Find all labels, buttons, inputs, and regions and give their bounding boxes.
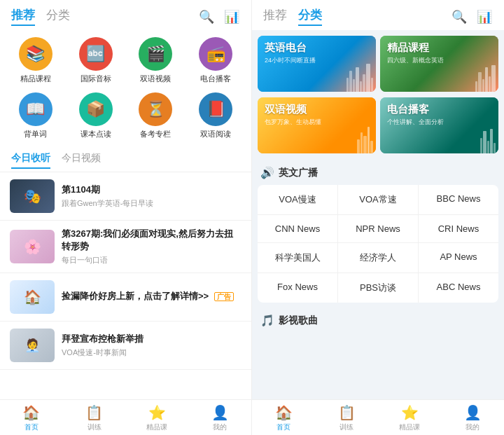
tab-recommend-right[interactable]: 推荐 <box>263 7 287 26</box>
nav-course-right[interactable]: ⭐ 精品课 <box>378 404 441 432</box>
cat-icon-0: 📚 <box>19 37 52 71</box>
cat-icon-2: 🎬 <box>139 37 172 71</box>
nav-profile-left[interactable]: 👤 我的 <box>188 404 251 432</box>
cat-label-0: 精品课程 <box>20 74 51 84</box>
card-title-premium: 精品课程 <box>387 41 429 55</box>
nav-train-right[interactable]: 📋 训练 <box>315 404 378 432</box>
nav-home-right[interactable]: 🏠 首页 <box>252 404 315 432</box>
list-title-2: 捡漏降价好房上新，点击了解详情>> 广告 <box>62 290 241 303</box>
music-title: 影视歌曲 <box>279 315 318 327</box>
profile-icon: 👤 <box>211 404 229 421</box>
list-item-2[interactable]: 🏠 捡漏降价好房上新，点击了解详情>> 广告 <box>0 273 251 322</box>
train-icon-right: 📋 <box>338 404 356 421</box>
feature-cards-row1: 英语电台 24小时不间断直播 <box>258 36 498 92</box>
radio-cell-1-2[interactable]: CRI News <box>419 215 498 242</box>
list-item-3[interactable]: 🧑‍💼 拜登宣布控枪新举措 VOA慢速-时事新闻 <box>0 322 251 370</box>
tab-category-right[interactable]: 分类 <box>298 7 322 26</box>
nav-course-label-left: 精品课 <box>146 422 167 432</box>
cat-icon-7: 📕 <box>199 92 232 126</box>
card-sub-bilingual: 包罗万象、生动易懂 <box>265 118 321 127</box>
right-header: 推荐 分类 🔍 📊 <box>252 0 504 30</box>
feature-cards-row2: 双语视频 包罗万象、生动易懂 电台播客 个性讲解、全面分析 <box>258 97 498 153</box>
list-text-0: 第1104期 跟着Gwen学英语-每日早读 <box>62 184 241 209</box>
nav-course-left[interactable]: ⭐ 精品课 <box>126 404 189 432</box>
broadcast-section-header: 🔊 英文广播 <box>258 162 498 185</box>
radio-cell-0-1[interactable]: VOA常速 <box>338 185 419 214</box>
cat-label-2: 双语视频 <box>140 74 171 84</box>
cat-icon-5: 📦 <box>79 92 113 126</box>
cat-label-6: 备考专栏 <box>140 129 171 139</box>
left-header: 推荐 分类 🔍 📊 <box>0 0 251 30</box>
tab-recommend-left[interactable]: 推荐 <box>11 7 35 26</box>
card-title-radio: 电台播客 <box>387 103 429 116</box>
train-icon: 📋 <box>85 404 103 421</box>
card-sub-premium: 四六级、新概念英语 <box>387 56 444 65</box>
nav-train-label-left: 训练 <box>88 422 102 432</box>
category-item-7[interactable]: 📕 双语阅读 <box>186 88 246 144</box>
radio-cell-1-0[interactable]: CNN News <box>258 215 338 242</box>
chart-icon[interactable]: 📊 <box>223 8 240 25</box>
home-icon-right: 🏠 <box>275 404 293 421</box>
list-sub-3: VOA慢速-时事新闻 <box>62 347 241 358</box>
nav-home-label-left: 首页 <box>24 422 38 432</box>
category-item-5[interactable]: 📦 课本点读 <box>66 88 126 144</box>
nav-profile-right[interactable]: 👤 我的 <box>441 404 504 432</box>
list-item-1[interactable]: 🌸 第3267期:我们必须面对现实,然后努力去扭转形势 每日一句口语 <box>0 221 251 273</box>
nav-home-label-right: 首页 <box>276 422 290 432</box>
category-item-3[interactable]: 📻 电台播客 <box>186 33 246 88</box>
radio-cell-0-0[interactable]: VOA慢速 <box>258 185 338 214</box>
chart-icon-right[interactable]: 📊 <box>476 8 493 25</box>
radio-cell-3-1[interactable]: PBS访谈 <box>338 273 419 303</box>
broadcast-title: 英文广播 <box>279 167 318 179</box>
feature-card-premium[interactable]: 精品课程 四六级、新概念英语 <box>380 36 498 92</box>
nav-home-left[interactable]: 🏠 首页 <box>0 404 63 432</box>
cat-label-4: 背单词 <box>24 129 47 139</box>
feature-card-radio[interactable]: 电台播客 个性讲解、全面分析 <box>380 97 498 153</box>
list-title-3: 拜登宣布控枪新举措 <box>62 333 241 345</box>
category-item-4[interactable]: 📖 背单词 <box>6 88 66 144</box>
ad-badge: 广告 <box>214 292 234 301</box>
tab-video[interactable]: 今日视频 <box>62 152 101 169</box>
list-text-3: 拜登宣布控枪新举措 VOA慢速-时事新闻 <box>62 333 241 358</box>
radio-cell-3-2[interactable]: ABC News <box>419 273 498 303</box>
list-sub-0: 跟着Gwen学英语-每日早读 <box>62 198 241 209</box>
search-icon-right[interactable]: 🔍 <box>451 8 468 25</box>
radio-cell-0-2[interactable]: BBC News <box>419 185 498 214</box>
nav-profile-label-left: 我的 <box>213 422 227 432</box>
course-icon-right: ⭐ <box>401 404 419 421</box>
cat-label-5: 课本点读 <box>80 129 111 139</box>
right-panel: 推荐 分类 🔍 📊 英语电台 24小时不间断直播 <box>252 0 504 435</box>
radio-row-2: 科学美国人 经济学人 AP News <box>258 243 498 273</box>
left-tabs: 推荐 分类 <box>11 7 70 26</box>
cat-label-3: 电台播客 <box>200 74 231 84</box>
list-sub-1: 每日一句口语 <box>62 255 241 265</box>
radio-cell-2-2[interactable]: AP News <box>419 243 498 272</box>
category-item-0[interactable]: 📚 精品课程 <box>6 33 66 88</box>
music-section-header: 🎵 影视歌曲 <box>258 311 498 333</box>
category-item-2[interactable]: 🎬 双语视频 <box>126 33 186 88</box>
radio-cell-2-1[interactable]: 经济学人 <box>338 243 419 272</box>
search-icon[interactable]: 🔍 <box>198 8 215 25</box>
radio-cell-3-0[interactable]: Fox News <box>258 273 338 303</box>
list-title-1: 第3267期:我们必须面对现实,然后努力去扭转形势 <box>62 228 241 253</box>
left-header-icons: 🔍 📊 <box>198 8 240 25</box>
category-item-1[interactable]: 🔤 国际音标 <box>66 33 126 88</box>
cat-icon-1: 🔤 <box>79 37 113 71</box>
tab-category-left[interactable]: 分类 <box>46 7 70 26</box>
nav-train-left[interactable]: 📋 训练 <box>63 404 126 432</box>
tab-listen[interactable]: 今日收听 <box>11 152 50 169</box>
radio-cell-1-1[interactable]: NPR News <box>338 215 419 242</box>
cat-icon-4: 📖 <box>19 92 52 126</box>
feature-card-english-radio[interactable]: 英语电台 24小时不间断直播 <box>258 36 376 92</box>
radio-cell-2-0[interactable]: 科学美国人 <box>258 243 338 272</box>
left-panel: 推荐 分类 🔍 📊 📚 精品课程 🔤 国际音标 🎬 双语视频 📻 电台播客 📖 … <box>0 0 252 435</box>
nav-profile-label-right: 我的 <box>465 422 479 432</box>
right-bottom-nav: 🏠 首页 📋 训练 ⭐ 精品课 👤 我的 <box>252 399 504 435</box>
feature-card-bilingual[interactable]: 双语视频 包罗万象、生动易懂 <box>258 97 376 153</box>
thumbnail-3: 🧑‍💼 <box>10 329 55 362</box>
category-item-6[interactable]: ⏳ 备考专栏 <box>126 88 186 144</box>
card-sub-english-radio: 24小时不间断直播 <box>265 56 316 65</box>
list-item-0[interactable]: 🎭 第1104期 跟着Gwen学英语-每日早读 <box>0 172 251 221</box>
right-tabs: 推荐 分类 <box>263 7 322 26</box>
card-sub-radio: 个性讲解、全面分析 <box>387 118 444 127</box>
